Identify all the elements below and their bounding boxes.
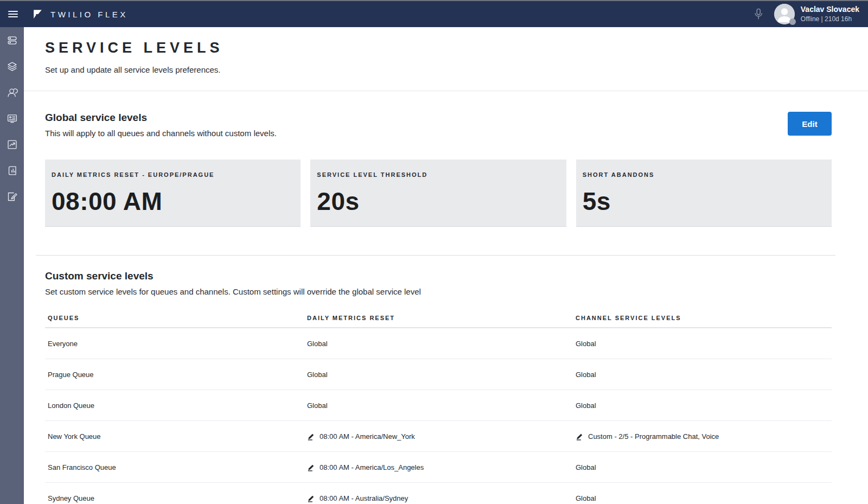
table-row: London QueueGlobalGlobal: [45, 390, 832, 421]
sidebar-nav: [0, 27, 24, 504]
cell-value: Custom - 2/5 - Programmable Chat, Voice: [588, 432, 719, 441]
daily-metrics-reset-cell[interactable]: 08:00 AM - Australia/Sydney: [307, 494, 576, 502]
user-menu[interactable]: Vaclav Slovacek Offline | 210d 16h: [801, 5, 859, 24]
column-header-queues: QUEUES: [45, 315, 307, 321]
queues-table-body: EveryoneGlobalGlobalPrague QueueGlobalGl…: [45, 328, 832, 504]
daily-metrics-reset-cell: Global: [307, 371, 576, 379]
custom-section-description: Set custom service levels for queues and…: [45, 287, 832, 296]
custom-section-title: Custom service levels: [45, 270, 832, 282]
table-row: EveryoneGlobalGlobal: [45, 328, 832, 359]
channel-service-levels-cell: Global: [576, 340, 832, 348]
cell-value: 08:00 AM - America/Los_Angeles: [320, 463, 424, 471]
metric-card-label: SERVICE LEVEL THRESHOLD: [317, 171, 559, 178]
cell-value: Global: [307, 371, 328, 379]
page-header: SERVICE LEVELS Set up and update all ser…: [24, 27, 868, 91]
global-metric-cards: DAILY METRICS RESET - EUROPE/PRAGUE 08:0…: [45, 160, 832, 227]
user-status: Offline | 210d 16h: [801, 15, 859, 23]
global-section-description: This will apply to all queues and channe…: [45, 129, 832, 138]
custom-service-levels-section: Custom service levels Set custom service…: [24, 256, 868, 504]
cell-value: Global: [576, 401, 596, 410]
cell-value: 08:00 AM - America/New_York: [320, 432, 415, 441]
page-subtitle: Set up and update all service levels pre…: [45, 65, 846, 74]
cell-value: Global: [307, 340, 328, 348]
id-card-icon[interactable]: [0, 105, 24, 131]
queue-name: Sydney Queue: [45, 494, 307, 502]
table-row: New York Queue08:00 AM - America/New_Yor…: [45, 421, 832, 452]
queue-name: Everyone: [45, 340, 307, 348]
metric-card-value: 5s: [583, 187, 825, 216]
queue-name: Prague Queue: [45, 371, 307, 379]
cell-value: 08:00 AM - Australia/Sydney: [320, 494, 408, 502]
channel-service-levels-cell[interactable]: Custom - 2/5 - Programmable Chat, Voice: [576, 432, 832, 441]
top-bar: TWILIO FLEX Vaclav Slovacek Offline | 21…: [0, 1, 868, 27]
flex-logo-icon: [31, 8, 43, 20]
column-header-channel-service-levels: CHANNEL SERVICE LEVELS: [576, 315, 832, 321]
global-service-levels-section: Global service levels This will apply to…: [24, 91, 868, 256]
daily-metrics-reset-cell: Global: [307, 401, 576, 410]
metric-card-short-abandons: SHORT ABANDONS 5s: [576, 160, 832, 227]
metric-card-label: DAILY METRICS RESET - EUROPE/PRAGUE: [52, 171, 294, 178]
daily-metrics-reset-cell: Global: [307, 340, 576, 348]
agents-icon[interactable]: [0, 79, 24, 105]
metric-card-daily-reset: DAILY METRICS RESET - EUROPE/PRAGUE 08:0…: [45, 160, 301, 227]
daily-metrics-reset-cell[interactable]: 08:00 AM - America/New_York: [307, 432, 576, 441]
global-section-title: Global service levels: [45, 112, 832, 124]
cell-value: Global: [307, 401, 328, 410]
daily-metrics-reset-cell[interactable]: 08:00 AM - America/Los_Angeles: [307, 463, 576, 471]
channel-service-levels-cell: Global: [576, 494, 832, 502]
edit-pencil-icon[interactable]: [307, 463, 315, 471]
cell-value: Global: [576, 494, 596, 502]
section-divider: [36, 255, 835, 256]
layers-icon[interactable]: [0, 53, 24, 79]
page-title: SERVICE LEVELS: [45, 40, 846, 56]
edit-pencil-icon[interactable]: [307, 494, 315, 502]
edit-button[interactable]: Edit: [788, 112, 832, 136]
queue-name: London Queue: [45, 401, 307, 410]
status-dot-offline: [789, 18, 796, 25]
edit-pencil-icon[interactable]: [307, 432, 315, 441]
column-header-daily-metrics-reset: DAILY METRICS RESET: [307, 315, 576, 321]
reports-icon[interactable]: [0, 157, 24, 183]
queue-name: New York Queue: [45, 432, 307, 441]
metric-card-sl-threshold: SERVICE LEVEL THRESHOLD 20s: [310, 160, 566, 227]
trend-chart-icon[interactable]: [0, 131, 24, 157]
table-row: Sydney Queue08:00 AM - Australia/SydneyG…: [45, 483, 832, 504]
cell-value: Global: [576, 340, 596, 348]
avatar[interactable]: [774, 4, 795, 24]
metric-card-label: SHORT ABANDONS: [583, 171, 825, 178]
metric-card-value: 20s: [317, 187, 559, 216]
table-row: San Francisco Queue08:00 AM - America/Lo…: [45, 452, 832, 483]
metric-card-value: 08:00 AM: [52, 187, 294, 216]
channel-service-levels-cell: Global: [576, 463, 832, 471]
main-content: SERVICE LEVELS Set up and update all ser…: [24, 27, 868, 504]
document-edit-icon[interactable]: [0, 183, 24, 209]
edit-pencil-icon[interactable]: [576, 432, 584, 441]
cell-value: Global: [576, 371, 596, 379]
table-row: Prague QueueGlobalGlobal: [45, 359, 832, 390]
channel-service-levels-cell: Global: [576, 371, 832, 379]
queues-table-header: QUEUES DAILY METRICS RESET CHANNEL SERVI…: [45, 309, 832, 328]
cell-value: Global: [576, 463, 596, 471]
microphone-icon[interactable]: [752, 8, 764, 21]
user-name: Vaclav Slovacek: [801, 5, 859, 15]
queue-name: San Francisco Queue: [45, 463, 307, 471]
menu-icon[interactable]: [8, 9, 18, 19]
brand-title: TWILIO FLEX: [50, 10, 128, 19]
queues-icon[interactable]: [0, 27, 24, 53]
channel-service-levels-cell: Global: [576, 401, 832, 410]
